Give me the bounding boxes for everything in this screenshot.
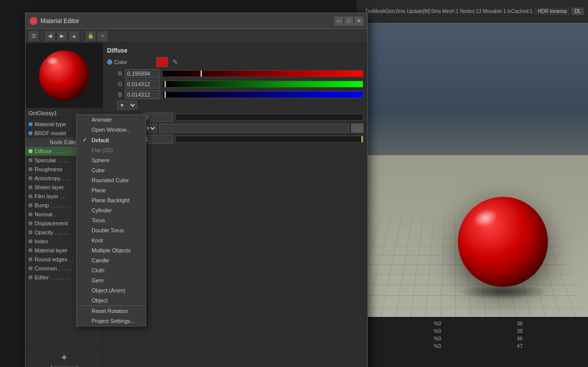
ctx-item-object[interactable]: Object bbox=[77, 295, 146, 305]
ctx-item-cube[interactable]: Cube bbox=[77, 165, 146, 175]
texture-dots-button[interactable]: ... bbox=[351, 124, 363, 133]
assignment-icon: ✦ bbox=[29, 351, 100, 363]
preview-sphere bbox=[39, 51, 89, 101]
b-label: B bbox=[117, 92, 123, 98]
node-dot-anisotropy bbox=[29, 176, 33, 180]
ctx-item-gem[interactable]: Gem bbox=[77, 275, 146, 285]
node-dot-bump bbox=[29, 203, 33, 207]
up-button[interactable]: ▲ bbox=[69, 31, 79, 41]
ctx-item-reset-rotation[interactable]: Reset Rotation bbox=[77, 305, 146, 316]
forward-button[interactable]: ▶ bbox=[57, 31, 67, 41]
assignment-label: Assignment bbox=[29, 364, 100, 367]
ctx-item-cylinder[interactable]: Cylinder bbox=[77, 205, 146, 215]
ctx-item-plane[interactable]: Plane bbox=[77, 185, 146, 195]
node-dot-index bbox=[29, 239, 33, 243]
lock-button[interactable]: 🔒 bbox=[86, 31, 96, 41]
top-info-text: TxsMeshGen:0ms Update[M]:0ms Mesh:1 Node… bbox=[365, 9, 532, 14]
b-input[interactable] bbox=[125, 90, 160, 99]
extra-dropdown-row: ▼ bbox=[117, 101, 363, 110]
ctx-item-torus[interactable]: Torus bbox=[77, 215, 146, 225]
ctx-item-open-window[interactable]: Open Window... bbox=[77, 125, 146, 135]
color-label: Color bbox=[114, 59, 154, 65]
window-titlebar: Material Editor — □ ✕ bbox=[26, 13, 367, 29]
g-bar-fill bbox=[163, 81, 363, 87]
node-dot-sheen bbox=[29, 185, 33, 189]
back-button[interactable]: ◀ bbox=[45, 31, 55, 41]
color-row: Color ✎ bbox=[107, 57, 363, 67]
node-dot-specular bbox=[29, 158, 33, 162]
ctx-item-object-anim[interactable]: Object (Anim) bbox=[77, 285, 146, 295]
ctx-item-double-torus[interactable]: Double Torus bbox=[77, 225, 146, 235]
preview-box bbox=[26, 43, 103, 108]
node-dot-round-edges bbox=[29, 257, 33, 261]
eyedropper-button[interactable]: ✎ bbox=[170, 57, 180, 67]
ctx-item-knot[interactable]: Knot bbox=[77, 235, 146, 245]
node-dot-opacity bbox=[29, 230, 33, 234]
g-bar[interactable] bbox=[162, 81, 363, 88]
node-dot-diffuse bbox=[29, 149, 33, 153]
node-dot-normal bbox=[29, 212, 33, 216]
node-dot-editor bbox=[29, 275, 33, 279]
ctx-item-candle[interactable]: Candle bbox=[77, 255, 146, 265]
node-dot-displacement bbox=[29, 221, 33, 225]
minimize-button[interactable]: — bbox=[334, 17, 343, 26]
add-button[interactable]: + bbox=[98, 31, 108, 41]
b-bar-fill bbox=[163, 92, 363, 98]
channel-row-r: R bbox=[117, 69, 363, 78]
close-button[interactable]: ✕ bbox=[354, 17, 363, 26]
b-bar[interactable] bbox=[162, 91, 363, 98]
channel-row-b: B bbox=[117, 90, 363, 99]
context-menu: Animate Open Window... Default Flat (2D)… bbox=[76, 114, 146, 326]
node-dot-common bbox=[29, 266, 33, 270]
hamburger-menu-button[interactable]: ☰ bbox=[29, 31, 39, 41]
node-dot-roughness bbox=[29, 167, 33, 171]
ctx-item-cloth[interactable]: Cloth bbox=[77, 265, 146, 275]
g-label: G bbox=[117, 81, 123, 87]
ctx-item-animate[interactable]: Animate bbox=[77, 115, 146, 125]
ctx-item-sphere[interactable]: Sphere bbox=[77, 155, 146, 165]
ctx-item-multiple-objects[interactable]: Multiple Objects bbox=[77, 245, 146, 255]
mix-input[interactable] bbox=[143, 135, 173, 144]
assignment-area: ✦ Assignment bbox=[26, 348, 103, 367]
texture-field[interactable] bbox=[159, 124, 349, 133]
color-mode-select[interactable]: ▼ bbox=[117, 101, 137, 110]
mix-bar[interactable] bbox=[175, 136, 363, 143]
channel-row-g: G bbox=[117, 80, 363, 89]
node-dot-material-type bbox=[29, 122, 33, 126]
ctx-item-rounded-cube[interactable]: Rounded Cube bbox=[77, 175, 146, 185]
window-title: Material Editor bbox=[41, 18, 333, 25]
node-dot-material-layer bbox=[29, 248, 33, 252]
section-title: Diffuse bbox=[107, 47, 363, 54]
window-icon bbox=[30, 17, 38, 25]
hdr-label[interactable]: HDR tonema bbox=[534, 8, 569, 15]
dl-label[interactable]: DL bbox=[571, 8, 584, 15]
ctx-item-flat[interactable]: Flat (2D) bbox=[77, 145, 146, 155]
g-input[interactable] bbox=[125, 80, 160, 89]
r-bar-fill bbox=[163, 71, 363, 77]
float-input[interactable] bbox=[143, 113, 173, 122]
color-radio[interactable] bbox=[107, 60, 112, 65]
r-input[interactable] bbox=[125, 69, 160, 78]
editor-toolbar: ☰ ◀ ▶ ▲ 🔒 + bbox=[26, 29, 367, 43]
mix-bar-fill bbox=[361, 136, 363, 142]
node-editor-label: Node Editor bbox=[50, 139, 79, 145]
node-dot-brdf bbox=[29, 131, 33, 135]
ctx-item-default[interactable]: Default bbox=[77, 135, 146, 145]
top-bar: TxsMeshGen:0ms Update[M]:0ms Mesh:1 Node… bbox=[357, 0, 588, 23]
r-label: R bbox=[117, 71, 123, 77]
color-swatch[interactable] bbox=[156, 57, 168, 67]
ctx-item-plane-backlight[interactable]: Plane Backlight bbox=[77, 195, 146, 205]
r-bar[interactable] bbox=[162, 70, 363, 77]
node-dot-film bbox=[29, 194, 33, 198]
maximize-button[interactable]: □ bbox=[344, 17, 353, 26]
ctx-item-project-settings[interactable]: Project Settings... bbox=[77, 316, 146, 326]
float-bar[interactable] bbox=[175, 114, 363, 121]
viewport-sphere bbox=[458, 197, 548, 287]
